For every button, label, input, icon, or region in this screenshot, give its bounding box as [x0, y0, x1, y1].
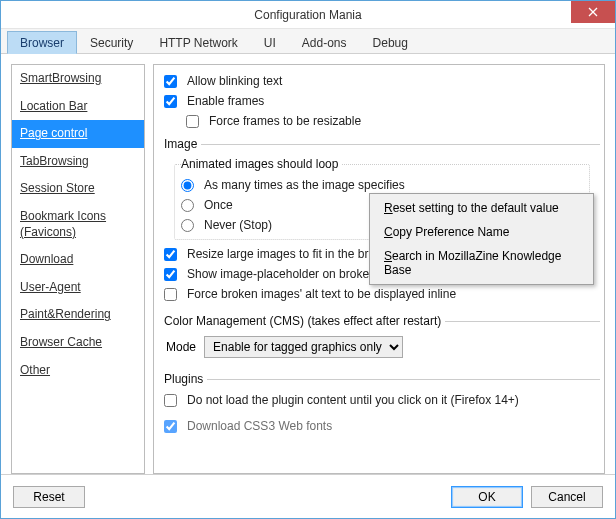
legend-loop: Animated images should loop — [181, 157, 342, 171]
sidebar-item-user-agent[interactable]: User-Agent — [12, 274, 144, 302]
checkbox-enable-frames[interactable] — [164, 95, 177, 108]
checkbox-force-resizable[interactable] — [186, 115, 199, 128]
context-menu: Reset setting to the default value Copy … — [369, 193, 594, 285]
tab-http-network[interactable]: HTTP Network — [146, 31, 250, 53]
label-force-resizable: Force frames to be resizable — [209, 114, 361, 128]
sidebar-item-smartbrowsing[interactable]: SmartBrowsing — [12, 65, 144, 93]
tab-debug[interactable]: Debug — [360, 31, 421, 53]
checkbox-allow-blinking[interactable] — [164, 75, 177, 88]
menu-reset-default[interactable]: Reset setting to the default value — [372, 196, 591, 220]
label-once: Once — [204, 198, 233, 212]
label-never: Never (Stop) — [204, 218, 272, 232]
footer: Reset OK Cancel — [1, 474, 615, 518]
menu-search-mozillazine[interactable]: Search in MozillaZine Knowledge Base — [372, 244, 591, 282]
tab-addons[interactable]: Add-ons — [289, 31, 360, 53]
checkbox-show-placeholder[interactable] — [164, 268, 177, 281]
sidebar-item-paint-rendering[interactable]: Paint&Rendering — [12, 301, 144, 329]
sidebar-item-location-bar[interactable]: Location Bar — [12, 93, 144, 121]
window-title: Configuration Mania — [254, 8, 361, 22]
label-as-many: As many times as the image specifies — [204, 178, 405, 192]
cancel-button[interactable]: Cancel — [531, 486, 603, 508]
fieldset-cms: Color Management (CMS) (takes effect aft… — [164, 314, 600, 366]
checkbox-plugin-click[interactable] — [164, 394, 177, 407]
radio-never[interactable] — [181, 219, 194, 232]
label-plugin-click: Do not load the plugin content until you… — [187, 393, 519, 407]
tab-security[interactable]: Security — [77, 31, 146, 53]
sidebar-item-bookmark-icons[interactable]: Bookmark Icons (Favicons) — [12, 203, 144, 246]
label-force-alt: Force broken images' alt text to be disp… — [187, 287, 456, 301]
menu-copy-pref-name[interactable]: Copy Preference Name — [372, 220, 591, 244]
label-download-css3: Download CSS3 Web fonts — [187, 419, 332, 433]
legend-image: Image — [164, 137, 201, 151]
label-allow-blinking: Allow blinking text — [187, 74, 282, 88]
tab-browser[interactable]: Browser — [7, 31, 77, 54]
titlebar: Configuration Mania — [1, 1, 615, 29]
label-enable-frames: Enable frames — [187, 94, 264, 108]
legend-plugins: Plugins — [164, 372, 207, 386]
sidebar-item-tabbrowsing[interactable]: TabBrowsing — [12, 148, 144, 176]
checkbox-download-css3[interactable] — [164, 420, 177, 433]
close-button[interactable] — [571, 1, 615, 23]
sidebar-item-session-store[interactable]: Session Store — [12, 175, 144, 203]
sidebar-item-other[interactable]: Other — [12, 357, 144, 385]
checkbox-resize-large[interactable] — [164, 248, 177, 261]
reset-button[interactable]: Reset — [13, 486, 85, 508]
sidebar-item-browser-cache[interactable]: Browser Cache — [12, 329, 144, 357]
tabstrip: Browser Security HTTP Network UI Add-ons… — [1, 29, 615, 54]
ok-button[interactable]: OK — [451, 486, 523, 508]
legend-cms: Color Management (CMS) (takes effect aft… — [164, 314, 445, 328]
radio-once[interactable] — [181, 199, 194, 212]
tab-ui[interactable]: UI — [251, 31, 289, 53]
checkbox-force-alt[interactable] — [164, 288, 177, 301]
close-icon — [588, 7, 598, 17]
select-mode[interactable]: Enable for tagged graphics only — [204, 336, 403, 358]
sidebar: SmartBrowsing Location Bar Page control … — [11, 64, 145, 474]
sidebar-item-download[interactable]: Download — [12, 246, 144, 274]
radio-as-many[interactable] — [181, 179, 194, 192]
label-mode: Mode — [166, 340, 196, 354]
sidebar-item-page-control[interactable]: Page control — [12, 120, 144, 148]
fieldset-plugins: Plugins Do not load the plugin content u… — [164, 372, 600, 414]
